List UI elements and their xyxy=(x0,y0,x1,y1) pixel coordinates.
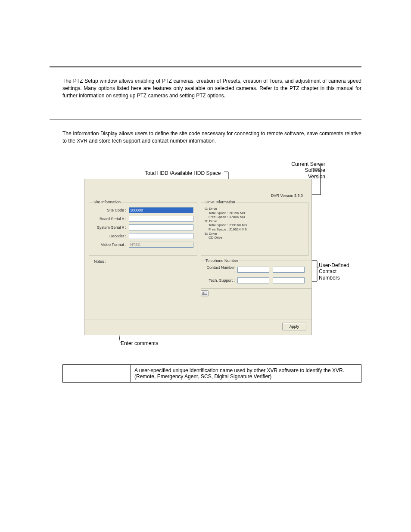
callout-contacts-l2: Contact Numbers xyxy=(319,268,340,280)
callout-version-l2: Software Version xyxy=(305,167,325,179)
contact-number-input-2[interactable] xyxy=(273,267,305,273)
video-format-label: Video Format : xyxy=(93,243,126,247)
drive-info-text: C: Drive Total Space : 20196 MB Free Spa… xyxy=(205,207,305,240)
video-format-input xyxy=(129,242,193,248)
notes-textarea[interactable] xyxy=(94,264,196,320)
apply-button[interactable]: Apply xyxy=(282,323,306,330)
system-serial-label: System Serial # : xyxy=(93,225,126,230)
site-code-label: Site Code : xyxy=(93,208,126,212)
definitions-table: A user-specified unique identification n… xyxy=(62,364,361,383)
board-serial-label: Board Serial # : xyxy=(93,217,126,221)
callout-contacts-l1: User-Defined xyxy=(319,262,349,268)
decoder-label: Decoder : xyxy=(93,234,126,238)
callout-version-l1: Current Server xyxy=(291,161,325,167)
keyboard-icon[interactable] xyxy=(201,290,209,296)
tech-support-label: Tech. Support : xyxy=(205,278,235,283)
table-row-label xyxy=(63,365,131,383)
site-code-input[interactable] xyxy=(129,207,193,213)
ptz-paragraph: The PTZ Setup window allows enabling of … xyxy=(62,78,361,99)
system-serial-input[interactable] xyxy=(129,224,193,230)
callout-enter-comments: Enter comments xyxy=(121,340,164,346)
dvr-version-label: DVR Version 3.5.0 xyxy=(271,193,303,198)
callout-hdd-space: Total HDD /Available HDD Space xyxy=(145,170,231,176)
board-serial-input[interactable] xyxy=(129,216,193,222)
contact-number-label: Contact Number : xyxy=(205,265,235,274)
tech-support-input-2[interactable] xyxy=(273,277,305,283)
callout-server-version: Current Server Software Version xyxy=(286,161,325,180)
telephone-legend: Telephone Number xyxy=(205,258,239,263)
information-display-window: DVR Version 3.5.0 Site Information Site … xyxy=(84,179,312,335)
info-display-paragraph: The Information Display allows users to … xyxy=(62,130,361,145)
notes-label: Notes : xyxy=(94,259,106,264)
drive-info-legend: Drive Information xyxy=(205,200,236,204)
drive-information-group: Drive Information C: Drive Total Space :… xyxy=(201,200,308,256)
site-information-group: Site Information Site Code : Board Seria… xyxy=(89,200,197,256)
decoder-input[interactable] xyxy=(129,233,193,239)
table-row: A user-specified unique identification n… xyxy=(63,365,361,383)
telephone-number-group: Telephone Number Contact Number : Tech. … xyxy=(201,258,312,289)
contact-number-input-1[interactable] xyxy=(237,267,269,273)
tech-support-input-1[interactable] xyxy=(237,277,269,283)
site-info-legend: Site Information xyxy=(93,200,121,204)
table-row-desc: A user-specified unique identification n… xyxy=(131,365,361,383)
callout-contact-numbers: User-Defined Contact Numbers xyxy=(319,262,358,281)
